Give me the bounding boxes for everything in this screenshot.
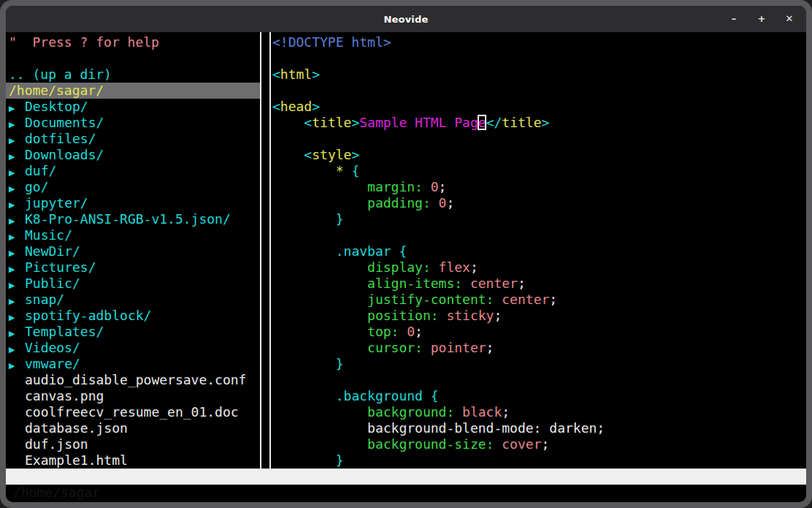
- maximize-button[interactable]: +: [755, 12, 768, 26]
- netrw-file-item[interactable]: audio_disable_powersave.conf: [9, 372, 260, 388]
- netrw-dir-item[interactable]: ▶go/: [9, 179, 260, 195]
- netrw-file-item[interactable]: canvas.png: [9, 388, 260, 404]
- code-line: justify-content: center;: [272, 292, 806, 308]
- code-line: display: flex;: [272, 259, 806, 276]
- netrw-dir-item[interactable]: ▶snap/: [9, 292, 260, 308]
- code-line: background: black;: [272, 404, 806, 420]
- code-line: }: [272, 356, 806, 372]
- code-line: <title>Sample HTML Page</title>: [272, 115, 806, 131]
- code-line: <style>: [272, 147, 806, 163]
- netrw-dir-item[interactable]: ▶dotfiles/: [9, 131, 260, 147]
- netrw-dir-item[interactable]: ▶vmware/: [9, 356, 260, 372]
- code-line: background-size: cover;: [272, 436, 806, 452]
- netrw-dir-item[interactable]: ▶Videos/: [9, 340, 260, 356]
- code-line: background-blend-mode: darken;: [272, 420, 806, 436]
- code-line: [272, 227, 806, 243]
- code-line: padding: 0;: [272, 195, 806, 211]
- netrw-dir-item[interactable]: ▶duf/: [9, 163, 260, 179]
- netrw-file-item[interactable]: coolfreecv_resume_en_01.doc: [9, 404, 260, 420]
- code-line: align-items: center;: [272, 276, 806, 292]
- netrw-file-item[interactable]: Example1.html: [9, 452, 260, 469]
- code-line: margin: 0;: [272, 179, 806, 195]
- netrw-updir-item[interactable]: .. (up a dir): [9, 67, 260, 83]
- netrw-dir-item[interactable]: ▶jupyter/: [9, 195, 260, 211]
- statusline: /home/sagar Example1.html [+] 6,27 Top: [6, 469, 806, 485]
- netrw-banner-comment: " Press ? for help: [9, 34, 260, 50]
- neovide-window: Neovide – + ✕ " Press ? for help.. (up a…: [0, 0, 812, 508]
- netrw-file-explorer[interactable]: " Press ? for help.. (up a dir)/home/sag…: [6, 32, 260, 469]
- statusline-netrw-path: /home/sagar: [13, 485, 100, 501]
- code-line: <!DOCTYPE html>: [272, 34, 806, 50]
- editor-area: " Press ? for help.. (up a dir)/home/sag…: [6, 32, 806, 469]
- code-line: position: sticky;: [272, 308, 806, 324]
- code-line: * {: [272, 163, 806, 179]
- netrw-dir-item[interactable]: ▶NewDir/: [9, 243, 260, 259]
- minimize-button[interactable]: –: [727, 12, 740, 26]
- code-line: <head>: [272, 99, 806, 115]
- netrw-dir-item[interactable]: ▶K8-Pro-ANSI-RGB-v1.5.json/: [9, 211, 260, 227]
- window-title: Neovide: [383, 14, 428, 25]
- code-line: .navbar {: [272, 243, 806, 259]
- code-line: top: 0;: [272, 324, 806, 340]
- titlebar[interactable]: Neovide – + ✕: [6, 6, 806, 32]
- code-line: .background {: [272, 388, 806, 404]
- code-line: [272, 131, 806, 147]
- close-button[interactable]: ✕: [783, 12, 796, 26]
- netrw-file-item[interactable]: duf.json: [9, 436, 260, 452]
- netrw-dir-item[interactable]: ▶Public/: [9, 276, 260, 292]
- code-line: [272, 50, 806, 67]
- netrw-dir-item[interactable]: ▶Music/: [9, 227, 260, 243]
- code-line: }: [272, 211, 806, 227]
- code-line: [272, 83, 806, 99]
- text-cursor: e: [478, 115, 486, 130]
- statusline-file-label: Example1.html [+]: [272, 501, 406, 502]
- window-inner: Neovide – + ✕ " Press ? for help.. (up a…: [6, 6, 806, 502]
- code-line: <html>: [272, 67, 806, 83]
- netrw-dir-item[interactable]: ▶Downloads/: [9, 147, 260, 163]
- command-line[interactable]: [6, 485, 806, 502]
- netrw-dir-item[interactable]: ▶spotify-adblock/: [9, 308, 260, 324]
- window-separator[interactable]: [260, 32, 271, 469]
- code-buffer[interactable]: <!DOCTYPE html><html><head> <title>Sampl…: [271, 32, 806, 469]
- window-controls: – + ✕: [727, 6, 796, 32]
- netrw-dir-item[interactable]: ▶Documents/: [9, 115, 260, 131]
- netrw-blank-line: [9, 50, 260, 67]
- netrw-dir-item[interactable]: ▶Templates/: [9, 324, 260, 340]
- netrw-dir-item[interactable]: ▶Desktop/: [9, 99, 260, 115]
- netrw-current-path-item[interactable]: /home/sagar/: [6, 83, 260, 99]
- code-line: cursor: pointer;: [272, 340, 806, 356]
- netrw-file-item[interactable]: database.json: [9, 420, 260, 436]
- code-line: [272, 372, 806, 388]
- code-line: }: [272, 452, 806, 469]
- netrw-dir-item[interactable]: ▶Pictures/: [9, 259, 260, 276]
